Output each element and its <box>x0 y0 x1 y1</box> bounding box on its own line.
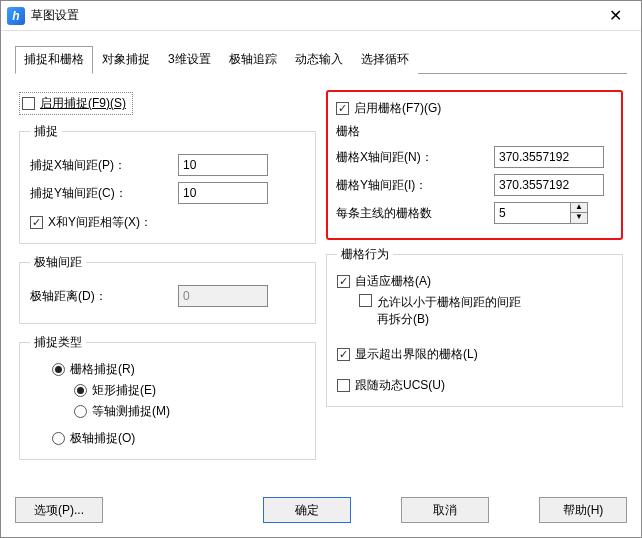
polar-dist-label: 极轴距离(D)： <box>30 288 170 305</box>
follow-ucs-checkbox[interactable] <box>337 379 350 392</box>
spin-down-icon[interactable]: ▼ <box>571 213 587 223</box>
snap-x-label: 捕捉X轴间距(P)： <box>30 157 170 174</box>
titlebar: h 草图设置 ✕ <box>1 1 641 31</box>
tab-snap-grid[interactable]: 捕捉和栅格 <box>15 46 93 74</box>
grid-highlight-box: 启用栅格(F7)(G) 栅格 栅格X轴间距(N)： 栅格Y轴间距(I)： 每条主… <box>326 90 623 240</box>
snap-y-label: 捕捉Y轴间距(C)： <box>30 185 170 202</box>
subdivide-checkbox[interactable] <box>359 294 372 307</box>
tab-selection-cycle[interactable]: 选择循环 <box>352 46 418 74</box>
polar-snap-radio[interactable] <box>52 432 65 445</box>
tab-object-snap[interactable]: 对象捕捉 <box>93 46 159 74</box>
enable-snap-row: 启用捕捉(F9)(S) <box>19 90 316 117</box>
adaptive-grid-label: 自适应栅格(A) <box>355 273 431 290</box>
grid-group-title: 栅格 <box>336 123 613 140</box>
iso-snap-radio[interactable] <box>74 405 87 418</box>
grid-x-input[interactable] <box>494 146 604 168</box>
grid-behavior-group: 栅格行为 自适应栅格(A) 允许以小于栅格间距的间距 再拆分(B) <box>326 246 623 407</box>
tab-polar-track[interactable]: 极轴追踪 <box>220 46 286 74</box>
dialog-content: 捕捉和栅格 对象捕捉 3维设置 极轴追踪 动态输入 选择循环 启用捕捉(F9)(… <box>1 31 641 487</box>
major-lines-spinner: ▲ ▼ <box>494 202 588 224</box>
tab-bar: 捕捉和栅格 对象捕捉 3维设置 极轴追踪 动态输入 选择循环 <box>15 45 627 74</box>
snap-group: 捕捉 捕捉X轴间距(P)： 捕捉Y轴间距(C)： X和Y间距相等(X)： <box>19 123 316 244</box>
snap-y-input[interactable] <box>178 182 268 204</box>
grid-x-label: 栅格X轴间距(N)： <box>336 149 486 166</box>
rect-snap-radio[interactable] <box>74 384 87 397</box>
close-icon[interactable]: ✕ <box>595 2 635 30</box>
enable-snap-label: 启用捕捉(F9)(S) <box>40 95 126 112</box>
grid-y-input[interactable] <box>494 174 604 196</box>
snap-type-group: 捕捉类型 栅格捕捉(R) 矩形捕捉(E) 等轴测捕捉(M) <box>19 334 316 460</box>
polar-snap-label: 极轴捕捉(O) <box>70 430 135 447</box>
snap-group-title: 捕捉 <box>30 123 62 140</box>
tab-panel: 启用捕捉(F9)(S) 捕捉 捕捉X轴间距(P)： 捕捉Y轴间距(C)： <box>15 82 627 474</box>
help-button[interactable]: 帮助(H) <box>539 497 627 523</box>
button-bar: 选项(P)... 确定 取消 帮助(H) <box>1 487 641 537</box>
tab-dyn-input[interactable]: 动态输入 <box>286 46 352 74</box>
app-icon: h <box>7 7 25 25</box>
enable-snap-checkbox[interactable] <box>22 97 35 110</box>
cancel-button[interactable]: 取消 <box>401 497 489 523</box>
right-column: 启用栅格(F7)(G) 栅格 栅格X轴间距(N)： 栅格Y轴间距(I)： 每条主… <box>326 90 623 470</box>
window-title: 草图设置 <box>31 7 595 24</box>
options-button[interactable]: 选项(P)... <box>15 497 103 523</box>
grid-behavior-title: 栅格行为 <box>337 246 393 263</box>
subdivide-label: 允许以小于栅格间距的间距 再拆分(B) <box>377 294 521 328</box>
major-lines-input[interactable] <box>494 202 570 224</box>
grid-y-label: 栅格Y轴间距(I)： <box>336 177 486 194</box>
grid-snap-radio[interactable] <box>52 363 65 376</box>
equal-xy-label: X和Y间距相等(X)： <box>48 214 152 231</box>
grid-snap-label: 栅格捕捉(R) <box>70 361 135 378</box>
enable-grid-checkbox[interactable] <box>336 102 349 115</box>
tab-3d[interactable]: 3维设置 <box>159 46 220 74</box>
snap-type-title: 捕捉类型 <box>30 334 86 351</box>
dialog-window: h 草图设置 ✕ 捕捉和栅格 对象捕捉 3维设置 极轴追踪 动态输入 选择循环 … <box>0 0 642 538</box>
enable-grid-label: 启用栅格(F7)(G) <box>354 100 441 117</box>
rect-snap-label: 矩形捕捉(E) <box>92 382 156 399</box>
iso-snap-label: 等轴测捕捉(M) <box>92 403 170 420</box>
follow-ucs-label: 跟随动态UCS(U) <box>355 377 445 394</box>
left-column: 启用捕捉(F9)(S) 捕捉 捕捉X轴间距(P)： 捕捉Y轴间距(C)： <box>19 90 316 470</box>
beyond-limits-label: 显示超出界限的栅格(L) <box>355 346 478 363</box>
ok-button[interactable]: 确定 <box>263 497 351 523</box>
snap-x-input[interactable] <box>178 154 268 176</box>
adaptive-grid-checkbox[interactable] <box>337 275 350 288</box>
polar-spacing-title: 极轴间距 <box>30 254 86 271</box>
major-lines-label: 每条主线的栅格数 <box>336 205 486 222</box>
beyond-limits-checkbox[interactable] <box>337 348 350 361</box>
polar-spacing-group: 极轴间距 极轴距离(D)： <box>19 254 316 324</box>
polar-dist-input <box>178 285 268 307</box>
equal-xy-checkbox[interactable] <box>30 216 43 229</box>
